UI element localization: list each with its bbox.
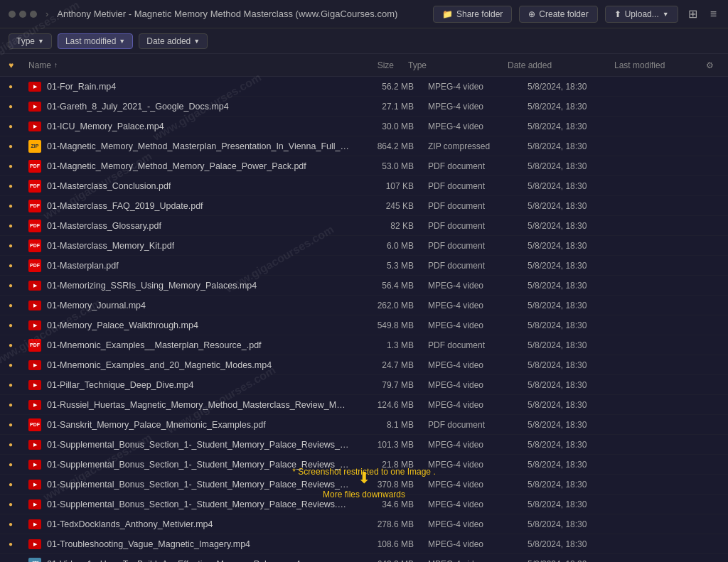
table-row[interactable]: ● 01-Pillar_Technique_Deep_Dive.mp4 79.7… bbox=[0, 375, 728, 395]
file-date-added: 5/8/2024, 18:30 bbox=[528, 559, 634, 563]
plus-icon: ⊕ bbox=[528, 9, 535, 19]
view-icon-list[interactable]: ≡ bbox=[707, 5, 719, 23]
dot-2 bbox=[19, 11, 26, 18]
table-row[interactable]: ● PDF 01-Masterclass_Conclusion.pdf 107 … bbox=[0, 176, 728, 196]
file-date-added: 5/8/2024, 18:30 bbox=[528, 161, 634, 171]
file-size: 864.2 MB bbox=[350, 141, 428, 151]
type-filter-button[interactable]: Type ▼ bbox=[9, 33, 52, 49]
file-name-cell: 01-Mnemonic_Examples_and_20_Magnetic_Mod… bbox=[28, 360, 350, 370]
last-modified-filter-button[interactable]: Last modified ▼ bbox=[58, 33, 133, 49]
file-name-cell: 01-Memory_Palace_Walkthrough.mp4 bbox=[28, 320, 350, 330]
file-type: MPEG-4 video bbox=[428, 539, 528, 549]
table-row[interactable]: ● PDF 01-Masterplan.pdf 5.3 MB PDF docum… bbox=[0, 256, 728, 276]
col-header-type[interactable]: Type bbox=[408, 60, 508, 70]
file-type: MPEG-4 video bbox=[428, 281, 528, 291]
file-name: 01-Mnemonic_Examples_and_20_Magnetic_Mod… bbox=[47, 360, 272, 370]
file-size: 24.7 MB bbox=[350, 360, 428, 370]
file-name: 01-Masterplan.pdf bbox=[47, 261, 119, 271]
file-name-cell: 01-Memorizing_SSRIs_Using_Memory_Palaces… bbox=[28, 281, 350, 291]
table-row[interactable]: ● PDF 01-Masterclass_FAQ_2019_Update.pdf… bbox=[0, 196, 728, 216]
file-type: ZIP compressed bbox=[428, 141, 528, 151]
table-row[interactable]: ● 🖼 01-Video_1-_How_To_Build_An_Effectiv… bbox=[0, 554, 728, 562]
file-type: MPEG-4 video bbox=[428, 380, 528, 390]
table-row[interactable]: ● 01-Memory_Palace_Walkthrough.mp4 549.8… bbox=[0, 315, 728, 335]
table-row[interactable]: ● PDF 01-Masterclass_Memory_Kit.pdf 6.0 … bbox=[0, 236, 728, 256]
table-row[interactable]: ● 01-Supplemental_Bonus_Section_1-_Stude… bbox=[0, 455, 728, 475]
col-header-date[interactable]: Date added bbox=[508, 60, 614, 70]
table-row[interactable]: ● 01-Mnemonic_Examples_and_20_Magnetic_M… bbox=[0, 355, 728, 375]
upload-chevron-icon: ▼ bbox=[663, 11, 669, 18]
file-name: 01-Supplemental_Bonus_Section_1-_Student… bbox=[47, 460, 350, 470]
file-type: MPEG-4 video bbox=[428, 102, 528, 112]
table-row[interactable]: ● 01-Troubleshooting_Vague_Magnetic_Imag… bbox=[0, 534, 728, 554]
video-file-icon bbox=[28, 121, 41, 131]
table-row[interactable]: ● ZIP 01-Magnetic_Memory_Method_Masterpl… bbox=[0, 136, 728, 156]
col-header-modified[interactable]: Last modified bbox=[614, 60, 700, 70]
pdf-file-icon: PDF bbox=[28, 239, 41, 252]
file-name: 01-Memory_Journal.mp4 bbox=[47, 301, 146, 310]
file-name-cell: PDF 01-Masterplan.pdf bbox=[28, 259, 350, 272]
table-row[interactable]: ● 01-Russiel_Huertas_Magnetic_Memory_Met… bbox=[0, 395, 728, 415]
table-row[interactable]: ● PDF 01-Masterclass_Glossary.pdf 82 KB … bbox=[0, 216, 728, 236]
view-icon-grid[interactable]: ⊞ bbox=[685, 4, 700, 23]
create-folder-button[interactable]: ⊕ Create folder bbox=[519, 6, 597, 23]
file-name-cell: PDF 01-Magnetic_Memory_Method_Memory_Pal… bbox=[28, 160, 350, 173]
file-list: ● 01-For_Rain.mp4 56.2 MB MPEG-4 video 5… bbox=[0, 77, 728, 562]
table-row[interactable]: ● 01-Memory_Journal.mp4 262.0 MB MPEG-4 … bbox=[0, 296, 728, 315]
file-name: 01-Magnetic_Memory_Method_Memory_Palace_… bbox=[47, 161, 306, 171]
table-row[interactable]: ● 01-Memorizing_SSRIs_Using_Memory_Palac… bbox=[0, 276, 728, 296]
file-name-cell: 01-Supplemental_Bonus_Section_1-_Student… bbox=[28, 440, 350, 450]
video-file-icon bbox=[28, 360, 41, 370]
column-headers: ♥ Name ↑ Size Type Date added Last modif… bbox=[0, 54, 728, 77]
table-row[interactable]: ● PDF 01-Mnemonic_Examples__Masterplan_R… bbox=[0, 335, 728, 355]
pdf-file-icon: PDF bbox=[28, 220, 41, 232]
file-date-added: 5/8/2024, 18:30 bbox=[528, 460, 634, 470]
table-row[interactable]: ● 01-ICU_Memory_Palace.mp4 30.0 MB MPEG-… bbox=[0, 117, 728, 136]
pdf-file-icon: PDF bbox=[28, 339, 41, 352]
upload-icon: ⬆ bbox=[614, 9, 621, 19]
video-file-icon bbox=[28, 281, 41, 291]
date-added-chevron-icon: ▼ bbox=[193, 38, 200, 45]
file-size: 79.7 MB bbox=[350, 380, 428, 390]
table-row[interactable]: ● 01-For_Rain.mp4 56.2 MB MPEG-4 video 5… bbox=[0, 77, 728, 97]
col-header-size[interactable]: Size bbox=[330, 60, 408, 70]
file-name-cell: 01-For_Rain.mp4 bbox=[28, 82, 350, 92]
file-date-added: 5/8/2024, 18:30 bbox=[528, 320, 634, 330]
file-name-cell: 01-Memory_Journal.mp4 bbox=[28, 301, 350, 310]
table-row[interactable]: ● 01-Gareth_8_July_2021_-_Google_Docs.mp… bbox=[0, 97, 728, 117]
col-header-settings[interactable]: ⚙ bbox=[700, 60, 719, 70]
type-chevron-icon: ▼ bbox=[38, 38, 44, 45]
top-bar-actions: 📁 Share folder ⊕ Create folder ⬆ Upload.… bbox=[433, 4, 719, 23]
date-added-filter-button[interactable]: Date added ▼ bbox=[139, 33, 208, 49]
file-type: PDF document bbox=[428, 340, 528, 350]
video-file-icon bbox=[28, 380, 41, 390]
file-name-cell: PDF 01-Masterclass_FAQ_2019_Update.pdf bbox=[28, 200, 350, 212]
favorite-indicator: ● bbox=[9, 341, 28, 349]
table-row[interactable]: ● 01-TedxDocklands_Anthony_Metivier.mp4 … bbox=[0, 514, 728, 534]
video-file-icon bbox=[28, 320, 41, 330]
file-size: 1.3 MB bbox=[350, 340, 428, 350]
zip-file-icon: ZIP bbox=[28, 140, 41, 153]
breadcrumb: Anthony Metivier - Magnetic Memory Metho… bbox=[57, 9, 397, 19]
upload-button[interactable]: ⬆ Upload... ▼ bbox=[605, 6, 678, 23]
share-folder-button[interactable]: 📁 Share folder bbox=[433, 6, 512, 23]
col-header-name[interactable]: Name ↑ bbox=[28, 60, 330, 70]
file-name: 01-Pillar_Technique_Deep_Dive.mp4 bbox=[47, 380, 193, 390]
table-row[interactable]: ● PDF 01-Sanskrit_Memory_Palace_Mnemonic… bbox=[0, 415, 728, 435]
file-date-added: 5/8/2024, 18:30 bbox=[528, 420, 634, 430]
table-row[interactable]: ● 01-Supplemental_Bonus_Section_1-_Stude… bbox=[0, 475, 728, 495]
favorite-indicator: ● bbox=[9, 321, 28, 329]
file-name-cell: 01-Pillar_Technique_Deep_Dive.mp4 bbox=[28, 380, 350, 390]
file-type: PDF document bbox=[428, 420, 528, 430]
file-size: 53.0 MB bbox=[350, 161, 428, 171]
table-row[interactable]: ● PDF 01-Magnetic_Memory_Method_Memory_P… bbox=[0, 156, 728, 176]
pdf-file-icon: PDF bbox=[28, 200, 41, 212]
favorite-indicator: ● bbox=[9, 301, 28, 309]
table-row[interactable]: ● 01-Supplemental_Bonus_Section_1-_Stude… bbox=[0, 495, 728, 514]
file-type: PDF document bbox=[428, 261, 528, 271]
img-file-icon: 🖼 bbox=[28, 558, 41, 563]
table-row[interactable]: ● 01-Supplemental_Bonus_Section_1-_Stude… bbox=[0, 435, 728, 455]
video-file-icon bbox=[28, 539, 41, 549]
file-type: MPEG-4 video bbox=[428, 559, 528, 563]
video-file-icon bbox=[28, 102, 41, 112]
